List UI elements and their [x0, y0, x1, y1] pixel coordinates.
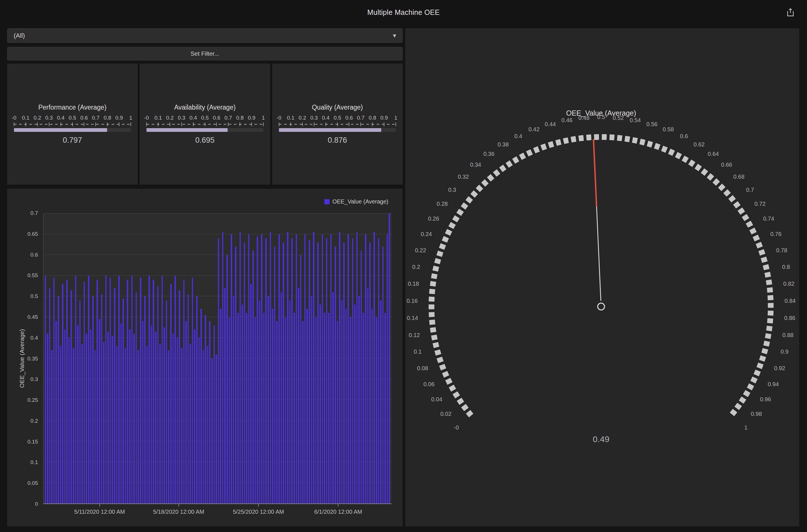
bar[interactable] — [55, 321, 57, 504]
bar[interactable] — [159, 344, 161, 504]
bar[interactable] — [71, 290, 72, 504]
bar[interactable] — [339, 232, 341, 504]
bar[interactable] — [231, 234, 232, 504]
bar[interactable] — [352, 238, 353, 504]
bar[interactable] — [389, 213, 390, 504]
bar[interactable] — [311, 296, 312, 504]
bar[interactable] — [64, 329, 66, 504]
bar[interactable] — [62, 284, 63, 504]
bar[interactable] — [380, 301, 382, 504]
bar[interactable] — [382, 247, 384, 504]
bar[interactable] — [162, 276, 163, 504]
bar[interactable] — [107, 331, 109, 504]
bar[interactable] — [365, 234, 366, 504]
bar[interactable] — [51, 350, 53, 504]
bar[interactable] — [224, 288, 225, 504]
bar[interactable] — [47, 334, 48, 504]
bar[interactable] — [153, 280, 154, 504]
bar[interactable] — [348, 234, 349, 504]
bar[interactable] — [185, 321, 187, 504]
bar[interactable] — [75, 276, 76, 504]
bar[interactable] — [367, 288, 369, 504]
bar[interactable] — [328, 313, 330, 504]
bar[interactable] — [343, 243, 345, 504]
bar[interactable] — [289, 301, 291, 504]
bar[interactable] — [101, 294, 103, 504]
bar[interactable] — [276, 321, 278, 504]
bar[interactable] — [326, 238, 328, 504]
bar[interactable] — [341, 301, 343, 504]
bar[interactable] — [313, 232, 314, 504]
bar[interactable] — [272, 309, 273, 504]
set-filter-button[interactable]: Set Filter... — [7, 47, 403, 60]
bar[interactable] — [291, 238, 293, 504]
bar[interactable] — [302, 321, 304, 504]
bar[interactable] — [220, 309, 221, 504]
bar[interactable] — [285, 317, 287, 504]
bar[interactable] — [116, 346, 118, 504]
bar[interactable] — [205, 315, 206, 504]
bar[interactable] — [103, 342, 105, 504]
bar[interactable] — [216, 355, 217, 504]
bar[interactable] — [371, 309, 373, 504]
bar[interactable] — [183, 280, 185, 504]
bar[interactable] — [199, 338, 200, 504]
bar[interactable] — [181, 348, 182, 504]
bar[interactable] — [363, 313, 364, 504]
bar[interactable] — [287, 232, 289, 504]
bar[interactable] — [322, 234, 323, 504]
bar[interactable] — [94, 350, 96, 504]
bar[interactable] — [166, 301, 167, 504]
bar[interactable] — [140, 278, 141, 504]
legend[interactable]: OEE_Value (Average) — [325, 198, 388, 205]
bar[interactable] — [307, 309, 308, 504]
bar[interactable] — [233, 296, 235, 504]
bar[interactable] — [45, 276, 46, 504]
bar[interactable] — [127, 280, 128, 504]
bar[interactable] — [315, 317, 317, 504]
bar[interactable] — [226, 255, 228, 504]
bar[interactable] — [92, 296, 94, 504]
bar[interactable] — [384, 313, 386, 504]
bar[interactable] — [361, 251, 362, 504]
bar[interactable] — [244, 243, 245, 504]
bar[interactable] — [192, 278, 193, 504]
bar[interactable] — [170, 284, 172, 504]
bar[interactable] — [309, 240, 310, 504]
bar[interactable] — [222, 232, 224, 504]
bar[interactable] — [324, 313, 325, 504]
bar[interactable] — [257, 236, 258, 504]
bar[interactable] — [112, 336, 113, 504]
bar[interactable] — [179, 290, 180, 504]
bar[interactable] — [60, 346, 61, 504]
bar[interactable] — [175, 276, 176, 504]
bar[interactable] — [142, 321, 144, 504]
bar[interactable] — [330, 234, 332, 504]
bar[interactable] — [356, 232, 358, 504]
bar[interactable] — [136, 292, 137, 504]
bar[interactable] — [300, 255, 301, 504]
bar[interactable] — [151, 325, 152, 504]
bar[interactable] — [337, 321, 338, 504]
bar[interactable] — [248, 234, 250, 504]
bar[interactable] — [359, 296, 360, 504]
share-button[interactable] — [784, 6, 797, 19]
bar[interactable] — [270, 232, 271, 504]
bar[interactable] — [118, 276, 120, 504]
bar[interactable] — [229, 317, 230, 504]
bar[interactable] — [125, 348, 126, 504]
bar[interactable] — [268, 296, 269, 504]
bar[interactable] — [133, 334, 135, 504]
bar[interactable] — [373, 232, 375, 504]
bar[interactable] — [73, 348, 74, 504]
bar[interactable] — [200, 309, 202, 504]
bar[interactable] — [196, 296, 198, 504]
bar[interactable] — [261, 234, 262, 504]
bar[interactable] — [58, 296, 59, 504]
bar[interactable] — [259, 301, 260, 504]
bar[interactable] — [114, 288, 115, 504]
bar[interactable] — [90, 329, 92, 504]
bar[interactable] — [253, 251, 254, 504]
bar[interactable] — [305, 234, 306, 504]
bar[interactable] — [332, 292, 334, 504]
